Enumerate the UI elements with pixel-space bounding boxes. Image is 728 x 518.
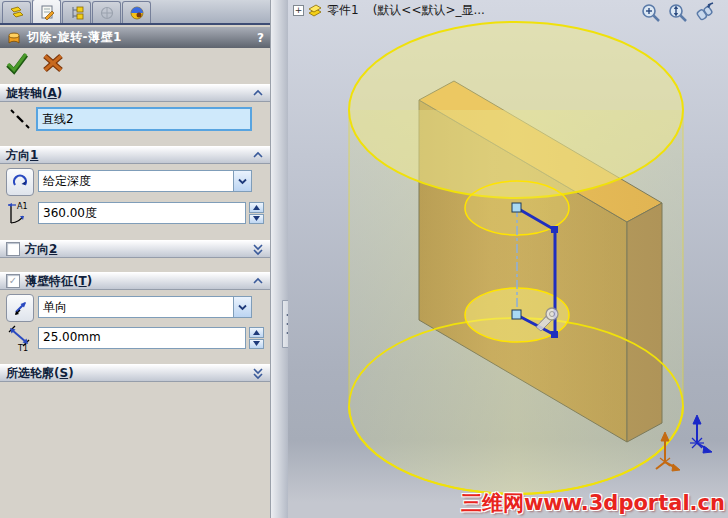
- view-toolbar: [640, 2, 726, 24]
- feature-tree-flyout: + 零件1 (默认<<默认>_显...: [293, 2, 485, 19]
- ok-button[interactable]: [4, 50, 30, 76]
- expand-chevron-icon[interactable]: [252, 367, 264, 380]
- model-scene: [288, 0, 728, 518]
- revolve-cut-preview: [349, 22, 683, 494]
- thickness-icon: T1: [5, 323, 35, 353]
- collapse-chevron-icon[interactable]: [252, 276, 264, 286]
- dropdown-chevron-icon[interactable]: [233, 297, 251, 317]
- sketch-endpoint-bottom[interactable]: [512, 310, 521, 319]
- thickness-spinner: [249, 327, 264, 349]
- tree-expand-button[interactable]: +: [293, 5, 304, 16]
- origin-triad: [690, 415, 712, 453]
- watermark-text: 三维网www.3dportal.cn: [461, 489, 725, 517]
- reverse-arrows-icon: [10, 298, 30, 318]
- centerline-icon: [8, 106, 32, 132]
- graphics-area[interactable]: + 零件1 (默认<<默认>_显...: [288, 0, 728, 518]
- spinner-up-button[interactable]: [249, 327, 264, 338]
- panel-title-bar: 切除-旋转-薄壁1 ?: [0, 27, 270, 48]
- section-selected-contours[interactable]: 所选轮廓(S): [0, 364, 270, 382]
- reverse-thin-direction-button[interactable]: [6, 294, 34, 322]
- cancel-button[interactable]: [40, 50, 66, 76]
- zoom-area-icon[interactable]: [640, 2, 662, 24]
- feature-tree-icon: [9, 5, 25, 21]
- revolve-angle-icon: A1: [6, 199, 34, 227]
- section-direction2[interactable]: 方向2: [0, 240, 270, 258]
- property-manager-icon: [39, 4, 55, 20]
- axis-selection-field[interactable]: 直线2: [36, 107, 252, 131]
- thin-feature-checkbox[interactable]: ✓: [6, 274, 20, 288]
- panel-title: 切除-旋转-薄壁1: [27, 29, 122, 46]
- solidworks-window: 切除-旋转-薄壁1 ? 旋转轴(A): [0, 0, 728, 518]
- help-button[interactable]: ?: [257, 31, 264, 45]
- cylinder-top-ellipse: [349, 22, 683, 198]
- sketch-vertex[interactable]: [551, 226, 558, 233]
- manager-tab-bar: [0, 0, 270, 25]
- revolve-cut-feature-icon: [6, 30, 22, 46]
- view-seek-icon[interactable]: [694, 2, 716, 24]
- collapse-chevron-icon[interactable]: [252, 88, 264, 98]
- end-condition-dropdown[interactable]: 给定深度: [38, 170, 252, 192]
- collapse-chevron-icon[interactable]: [252, 150, 264, 160]
- angle-value-field[interactable]: 360.00度: [38, 202, 246, 224]
- tab-feature-manager-tree[interactable]: [2, 1, 31, 23]
- section-axis-of-revolution[interactable]: 旋转轴(A): [0, 84, 270, 102]
- tab-display-manager[interactable]: [122, 1, 151, 23]
- dimxpert-icon: [99, 5, 115, 21]
- reverse-revolve-direction-button[interactable]: [6, 168, 34, 196]
- thin-type-dropdown[interactable]: 单向: [38, 296, 252, 318]
- part-icon: [308, 4, 323, 18]
- spinner-up-button[interactable]: [249, 202, 264, 213]
- angle-spinner: [249, 202, 264, 224]
- tree-part-name[interactable]: 零件1: [327, 2, 359, 19]
- direction2-checkbox[interactable]: [6, 242, 20, 256]
- configuration-manager-icon: [69, 5, 85, 21]
- sketch-endpoint-top[interactable]: [512, 203, 521, 212]
- sketch-vertex[interactable]: [551, 331, 558, 338]
- tab-property-manager[interactable]: [32, 0, 61, 23]
- property-manager-panel: 切除-旋转-薄壁1 ? 旋转轴(A): [0, 0, 270, 518]
- spinner-down-button[interactable]: [249, 214, 264, 225]
- tab-dimxpert-manager[interactable]: [92, 1, 121, 23]
- spinner-down-button[interactable]: [249, 339, 264, 350]
- section-direction1[interactable]: 方向1: [0, 146, 270, 164]
- zoom-in-out-icon[interactable]: [667, 2, 689, 24]
- panel-splitter[interactable]: [270, 0, 288, 518]
- dropdown-chevron-icon[interactable]: [233, 171, 251, 191]
- svg-text:T1: T1: [17, 344, 28, 353]
- tab-configuration-manager[interactable]: [62, 1, 91, 23]
- tree-config-name[interactable]: (默认<<默认>_显...: [373, 2, 485, 19]
- thickness-value-field[interactable]: 25.00mm: [38, 327, 246, 349]
- svg-text:A1: A1: [17, 202, 28, 211]
- display-manager-icon: [129, 5, 145, 21]
- section-thin-feature[interactable]: ✓ 薄壁特征(T): [0, 272, 270, 290]
- circular-arrow-icon: [10, 172, 30, 192]
- expand-chevron-icon[interactable]: [252, 243, 264, 256]
